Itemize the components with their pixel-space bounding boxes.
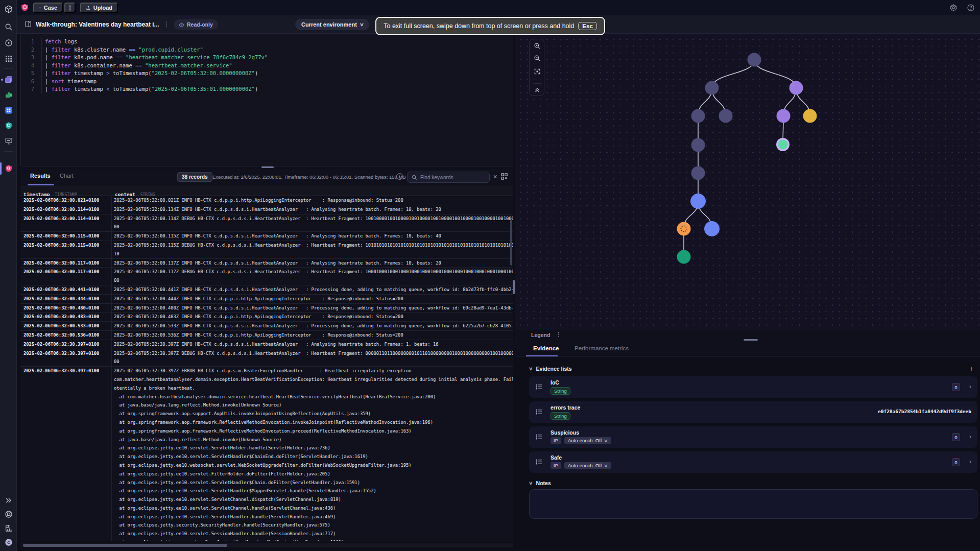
tab-performance-metrics[interactable]: Performance metrics — [575, 345, 629, 351]
getting-started-icon[interactable] — [0, 37, 17, 49]
evidence-list-item[interactable]: SuspiciousIPAuto-enrich: Off ∨0› — [529, 426, 977, 448]
evidence-list-item[interactable]: IoCString0› — [529, 376, 977, 398]
upload-button[interactable]: Upload — [80, 3, 118, 13]
editor-line[interactable]: 4| filter k8s.container.name == "heartbe… — [21, 62, 513, 70]
legend-menu-icon[interactable]: ⋮ — [556, 331, 561, 338]
tab-chart[interactable]: Chart — [60, 173, 74, 179]
table-row[interactable]: 2025-02-06T06:32:00.483+01002025-02-06T0… — [20, 313, 513, 322]
editor-line[interactable]: 7| filter timestamp < toTimestamp("2025-… — [21, 85, 513, 93]
log-table: 2025-02-06T06:32:00.021+01002025-02-06T0… — [20, 196, 513, 541]
settings-gear-icon[interactable] — [949, 4, 958, 14]
clear-search-icon[interactable]: ✕ — [493, 174, 497, 180]
graph-node-n8[interactable] — [776, 138, 790, 151]
table-row[interactable]: 2025-02-06T06:32:00.115+01002025-02-06T0… — [20, 232, 513, 241]
graph-node-n2[interactable] — [705, 81, 719, 95]
app-icon-dashboard[interactable] — [0, 104, 17, 116]
table-row[interactable]: 2025-02-06T06:32:00.536+01002025-02-06T0… — [20, 331, 513, 340]
auto-enrich-dropdown[interactable]: Auto-enrich: Off ∨ — [564, 462, 611, 469]
graph-node-n5[interactable] — [719, 109, 733, 123]
editor-line[interactable]: 2| filter k8s.cluster.name == "prod.cupi… — [21, 46, 513, 54]
usage-chart-icon[interactable] — [0, 522, 17, 534]
find-keywords-input[interactable] — [420, 175, 476, 180]
user-avatar[interactable]: C — [0, 536, 17, 548]
auto-enrich-dropdown[interactable]: Auto-enrich: Off ∨ — [564, 437, 611, 444]
table-row[interactable]: 2025-02-06T06:32:30.397+01002025-02-06T0… — [20, 349, 513, 367]
table-row[interactable]: 2025-02-06T06:32:00.117+01002025-02-06T0… — [20, 268, 513, 285]
case-menu-button[interactable]: ⋮ — [64, 3, 76, 13]
app-logo-icon[interactable] — [0, 3, 17, 15]
help-icon[interactable] — [967, 4, 975, 14]
search-icon[interactable] — [0, 21, 17, 33]
query-editor[interactable]: 1fetch logs2| filter k8s.cluster.name ==… — [20, 34, 513, 166]
editor-line[interactable]: 5| filter timestamp > toTimestamp("2025-… — [21, 69, 513, 78]
graph-node-n6[interactable] — [777, 109, 791, 123]
table-row[interactable]: 2025-02-06T06:32:00.021+01002025-02-06T0… — [20, 196, 513, 205]
info-icon[interactable]: i — [396, 173, 403, 180]
table-row[interactable]: 2025-02-06T06:32:00.444+01002025-02-06T0… — [20, 295, 513, 304]
evidence-badges: IPAuto-enrich: Off ∨ — [551, 437, 611, 444]
table-row[interactable]: 2025-02-06T06:32:00.441+01002025-02-06T0… — [20, 285, 513, 295]
evidence-lists-header[interactable]: ∨ Evidence lists — [529, 366, 572, 372]
graph-node-n4[interactable] — [691, 109, 705, 123]
table-row[interactable]: 2025-02-06T06:32:00.115+01002025-02-06T0… — [20, 241, 513, 259]
table-row[interactable]: 2025-02-06T06:32:00.533+01002025-02-06T0… — [20, 322, 513, 331]
table-row[interactable]: 2025-02-06T06:32:30.397+01002025-02-06T0… — [20, 340, 513, 349]
vertical-scrollbar-thumb[interactable] — [510, 220, 512, 266]
app-icon-analytics[interactable] — [0, 89, 17, 101]
splitter-handle[interactable] — [261, 166, 274, 168]
editor-line[interactable]: 6| sort timestamp — [21, 78, 513, 86]
graph-node-n12[interactable] — [677, 222, 691, 236]
app-icon-monitoring[interactable] — [0, 135, 17, 147]
editor-line[interactable]: 1fetch logs — [21, 38, 513, 46]
log-line: 2025-02-06T05:32:00.117Z DEBUG HB-CTX c.… — [114, 268, 513, 276]
zoom-in-icon[interactable] — [530, 40, 545, 52]
new-case-button[interactable]: Case — [33, 3, 63, 13]
graph-node-n3[interactable] — [790, 81, 803, 95]
environment-dropdown[interactable]: Current environment ∨ — [295, 19, 369, 30]
horizontal-scrollbar[interactable] — [20, 543, 513, 547]
workflow-graph[interactable] — [515, 34, 980, 330]
table-settings-icon[interactable] — [500, 173, 508, 182]
graph-node-n13[interactable] — [704, 221, 720, 236]
readonly-badge[interactable]: Read-only — [174, 19, 218, 30]
scrollbar-thumb[interactable] — [23, 544, 227, 547]
zoom-out-icon[interactable] — [530, 53, 545, 64]
notes-textarea[interactable] — [529, 489, 977, 519]
graph-node-n10[interactable] — [691, 166, 705, 180]
chevron-right-icon[interactable]: › — [969, 433, 971, 440]
notes-header[interactable]: ∨ Notes — [529, 480, 551, 486]
graph-node-n1[interactable] — [748, 53, 761, 67]
evidence-list-item[interactable]: errors traceStringe0f28a67b2854b1fa8442d… — [529, 401, 977, 423]
tab-evidence[interactable]: Evidence — [533, 345, 559, 351]
panel-splitter-handle[interactable] — [744, 339, 758, 341]
table-row[interactable]: 2025-02-06T06:32:30.397+01002025-02-06T0… — [20, 367, 513, 541]
app-icon-security[interactable] — [0, 119, 17, 132]
graph-node-n7[interactable] — [803, 109, 817, 123]
tab-results[interactable]: Results — [30, 173, 51, 179]
support-icon[interactable] — [0, 508, 17, 520]
collapse-up-icon[interactable] — [530, 84, 545, 95]
chevron-right-icon[interactable]: › — [969, 382, 971, 390]
app-icon-clouds[interactable] — [0, 74, 17, 86]
graph-canvas[interactable] — [515, 34, 980, 330]
app-icon-investigator[interactable] — [0, 162, 17, 175]
legend-label[interactable]: Legend — [531, 332, 550, 338]
graph-node-n11[interactable] — [690, 194, 706, 209]
expand-sidebar-icon[interactable] — [0, 494, 17, 507]
apps-grid-icon[interactable] — [0, 53, 17, 65]
workspace-badge-icon[interactable] — [20, 3, 29, 12]
add-evidence-list-icon[interactable]: + — [969, 365, 973, 373]
table-row[interactable]: 2025-02-06T06:32:00.117+01002025-02-06T0… — [20, 259, 513, 268]
find-keywords-box[interactable] — [407, 172, 490, 183]
fit-to-screen-icon[interactable] — [530, 66, 545, 77]
notebook-menu-icon[interactable]: ⋮ — [163, 20, 170, 28]
graph-node-n9[interactable] — [691, 138, 705, 152]
chevron-right-icon[interactable]: › — [969, 458, 971, 465]
editor-line[interactable]: 3| filter k8s.pod.name == "heartbeat-mat… — [21, 54, 513, 62]
table-row[interactable]: 2025-02-06T06:32:00.114+01002025-02-06T0… — [20, 214, 513, 232]
notebook-title[interactable]: Walk-through: Valentines day heartbeat i… — [36, 21, 159, 28]
table-row[interactable]: 2025-02-06T06:32:00.480+01002025-02-06T0… — [20, 304, 513, 313]
graph-node-n14[interactable] — [677, 250, 691, 264]
table-row[interactable]: 2025-02-06T06:32:00.114+01002025-02-06T0… — [20, 205, 513, 214]
evidence-list-item[interactable]: SafeIPAuto-enrich: Off ∨0› — [529, 451, 977, 473]
